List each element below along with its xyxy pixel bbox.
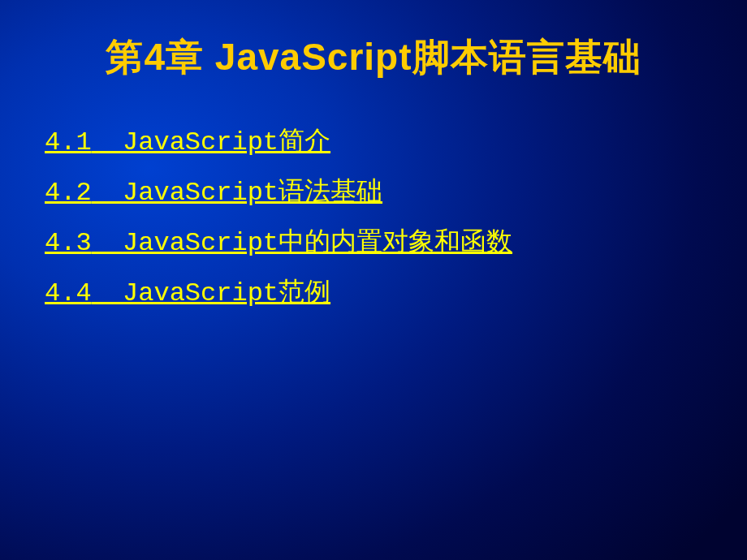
toc-label: JavaScript语法基础 [123, 178, 382, 208]
toc-item: 4.3 JavaScript中的内置对象和函数 [45, 224, 706, 260]
toc-link-4-3[interactable]: 4.3 JavaScript中的内置对象和函数 [45, 228, 512, 258]
toc-label: JavaScript中的内置对象和函数 [123, 228, 512, 258]
toc-number: 4.4 [45, 278, 92, 308]
toc-number: 4.3 [45, 228, 92, 258]
toc-number: 4.2 [45, 178, 92, 208]
toc-link-4-4[interactable]: 4.4 JavaScript范例 [45, 278, 330, 308]
table-of-contents: 4.1 JavaScript简介 4.2 JavaScript语法基础 4.3 … [41, 123, 706, 310]
toc-link-4-1[interactable]: 4.1 JavaScript简介 [45, 127, 330, 157]
toc-label: JavaScript简介 [123, 127, 330, 157]
toc-item: 4.2 JavaScript语法基础 [45, 174, 706, 209]
toc-item: 4.4 JavaScript范例 [45, 274, 706, 310]
toc-link-4-2[interactable]: 4.2 JavaScript语法基础 [45, 178, 382, 208]
toc-item: 4.1 JavaScript简介 [45, 123, 706, 159]
slide-container: 第4章 JavaScript脚本语言基础 4.1 JavaScript简介 4.… [0, 0, 747, 560]
toc-number: 4.1 [45, 127, 92, 157]
toc-label: JavaScript范例 [123, 278, 330, 308]
slide-title: 第4章 JavaScript脚本语言基础 [41, 32, 706, 83]
